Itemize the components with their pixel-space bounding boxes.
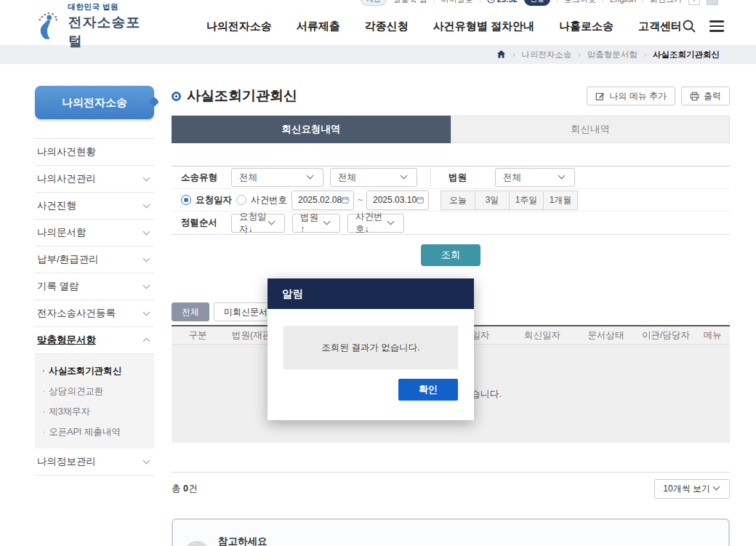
- sidebar-item-case-registration[interactable]: 전자소송사건등록: [35, 300, 154, 327]
- page-size-select[interactable]: 10개씩 보기: [654, 479, 730, 499]
- sidebar-item-payment-refund[interactable]: 납부/환급관리: [35, 246, 154, 273]
- logout-link[interactable]: 로그아웃: [564, 0, 596, 5]
- main-header: 대한민국 법원 전자소송포털 나의전자소송 서류제출 각종신청 사건유형별 절차…: [0, 7, 756, 45]
- calendar-icon[interactable]: [417, 196, 424, 204]
- nav-self-litigation[interactable]: 나홀로소송: [559, 20, 614, 33]
- sidebar-item-custom-docbox[interactable]: 맞춤형문서함: [35, 327, 154, 354]
- submenu-item-fact-inquiry-reply[interactable]: 사실조회기관회신: [42, 361, 147, 381]
- quick-1month-button[interactable]: 1개월: [543, 190, 578, 210]
- filter-all-button[interactable]: 전체: [172, 302, 209, 321]
- court-logo-icon: [35, 12, 62, 41]
- nav-case-guide[interactable]: 사건유형별 절차안내: [433, 20, 534, 33]
- my-info-link[interactable]: 마이정보: [441, 0, 473, 5]
- chevron-down-icon: [143, 174, 150, 182]
- nav-customer-center[interactable]: 고객센터: [638, 20, 682, 33]
- court-label: 법원: [449, 172, 495, 184]
- column-category: 구분: [172, 329, 224, 342]
- chevron-up-icon: [143, 338, 150, 345]
- chevron-down-icon: [307, 172, 314, 180]
- court-select[interactable]: 전체: [495, 168, 575, 187]
- date-to-input[interactable]: 2025.03.10: [366, 190, 429, 210]
- chevron-down-icon: [323, 217, 331, 225]
- sort-select-court[interactable]: 법원↑: [292, 214, 340, 233]
- chevron-down-icon: [143, 282, 150, 289]
- nav-document-submit[interactable]: 서류제출: [297, 20, 340, 33]
- breadcrumb-separator: ›: [512, 51, 515, 59]
- sidebar-item-case-progress[interactable]: 사건진행: [35, 193, 154, 220]
- tab-reply-requests[interactable]: 회신요청내역: [172, 116, 451, 143]
- print-button[interactable]: 출력: [681, 87, 730, 105]
- radio-case-number[interactable]: 사건번호: [236, 194, 291, 206]
- sidebar-item-case-status[interactable]: 나의사건현황: [35, 139, 154, 166]
- submenu-item-consult-opinion[interactable]: 상담의견교환: [42, 381, 147, 401]
- submenu-item-openapi-submissions[interactable]: 오픈API 제출내역: [42, 422, 147, 442]
- user-name: 성충숙 님: [393, 0, 427, 5]
- breadcrumb-separator: ›: [644, 51, 646, 59]
- notice-box: 참고하세요 문서상태는 작성중, 제출대기, 회신완료로 구분됩니다.: [172, 518, 730, 546]
- nav-my-litigation[interactable]: 나의전자소송: [206, 20, 272, 33]
- language-link[interactable]: English: [610, 0, 636, 4]
- quick-1week-button[interactable]: 1주일: [509, 190, 544, 210]
- column-transfer-manager: 이관/담당자: [637, 329, 695, 342]
- nav-applications[interactable]: 각종신청: [365, 20, 409, 33]
- logo-text: 대한민국 법원 전자소송포털: [68, 2, 153, 51]
- add-my-menu-button[interactable]: 나의 메뉴 추가: [587, 87, 675, 105]
- radio-request-date[interactable]: 요청일자: [181, 194, 236, 206]
- column-menu: 메뉴: [695, 329, 730, 342]
- confirm-button[interactable]: 확인: [398, 379, 458, 401]
- column-doc-status: 문서상태: [575, 329, 637, 342]
- sidebar: 나의전자소송 나의사건현황 나의사건관리 사건진행 나의문서함: [35, 86, 154, 546]
- sidebar-submenu: 사실조회기관회신 상담의견교환 제3채무자 오픈API 제출내역: [35, 354, 154, 449]
- quick-3days-button[interactable]: 3일: [475, 190, 510, 210]
- divider: [557, 0, 558, 3]
- modal-message: 조회된 결과가 없습니다.: [284, 326, 458, 369]
- alert-modal: 알림 조회된 결과가 없습니다. 확인: [268, 278, 474, 420]
- page-title: 사실조회기관회신: [187, 87, 297, 105]
- breadcrumb-item[interactable]: 맞춤형문서함: [587, 49, 638, 60]
- logo[interactable]: 대한민국 법원 전자소송포털: [35, 2, 154, 51]
- sidebar-item-my-info[interactable]: 나의정보관리: [35, 449, 154, 475]
- home-icon[interactable]: [496, 49, 506, 59]
- chevron-down-icon: [558, 172, 566, 180]
- sort-select-request-date[interactable]: 요청일자↓: [231, 214, 285, 233]
- notice-icon: [185, 541, 209, 546]
- title-bullet-icon: [172, 92, 181, 101]
- extend-session-button[interactable]: 연장: [524, 0, 550, 6]
- search-button[interactable]: 조회: [421, 244, 480, 266]
- chevron-down-icon: [143, 201, 150, 209]
- breadcrumb-item[interactable]: 나의전자소송: [521, 49, 571, 60]
- calendar-icon[interactable]: [342, 196, 349, 204]
- menu-icon[interactable]: [709, 20, 724, 32]
- breadcrumb-current: 사실조회기관회신: [653, 49, 720, 60]
- zoom-in-button[interactable]: +: [688, 0, 700, 5]
- clock-icon: [487, 0, 495, 4]
- logo-top-line: 대한민국 법원: [68, 2, 153, 12]
- litigation-type-select-1[interactable]: 전체: [231, 168, 323, 187]
- main-nav: 나의전자소송 서류제출 각종신청 사건유형별 절차안내 나홀로소송 고객센터: [206, 20, 682, 33]
- logo-bottom-line: 전자소송포털: [68, 13, 153, 51]
- litigation-type-select-2[interactable]: 전체: [330, 168, 417, 187]
- notice-title: 참고하세요: [218, 535, 443, 546]
- total-count: 총 0건: [172, 483, 197, 495]
- user-type-badge: 개인: [361, 0, 387, 6]
- search-icon[interactable]: [682, 19, 696, 33]
- divider: [434, 0, 435, 3]
- submenu-item-third-debtor[interactable]: 제3채무자: [42, 401, 147, 422]
- pencil-square-icon: [595, 92, 605, 101]
- sidebar-item-record-view[interactable]: 기록 열람: [35, 273, 154, 300]
- chevron-down-icon: [143, 228, 150, 236]
- page: 개인 성충숙 님 마이정보 25:52 연장 로그아웃 English 화면크기…: [0, 0, 756, 546]
- sidebar-item-case-management[interactable]: 나의사건관리: [35, 166, 154, 193]
- quick-today-button[interactable]: 오늘: [441, 190, 475, 210]
- column-reply-date: 회신일자: [510, 329, 575, 342]
- sidebar-title: 나의전자소송: [35, 86, 154, 119]
- radio-icon: [181, 195, 191, 205]
- printer-icon: [690, 92, 699, 101]
- breadcrumb-separator: ›: [578, 51, 580, 59]
- sidebar-item-my-documents[interactable]: 나의문서함: [35, 220, 154, 246]
- tab-replies[interactable]: 회신내역: [451, 116, 730, 143]
- chevron-down-icon: [143, 255, 150, 262]
- date-from-input[interactable]: 2025.02.08: [291, 190, 354, 210]
- divider: [480, 0, 480, 3]
- sort-select-case-number[interactable]: 사건번호↓: [347, 214, 404, 233]
